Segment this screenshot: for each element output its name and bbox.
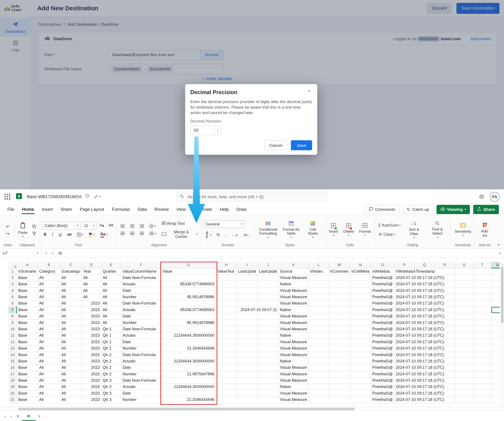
stepper-down-icon[interactable]: ▾	[217, 130, 218, 133]
column-header-B[interactable]: B	[38, 262, 60, 268]
cell-C21[interactable]: All	[60, 397, 82, 403]
cell-A4[interactable]: Base	[17, 287, 38, 294]
cell-J9[interactable]	[258, 319, 278, 326]
cell-T16[interactable]	[473, 364, 491, 371]
cell-E5[interactable]: All	[101, 294, 121, 300]
find-select-button[interactable]: Find & Select ▾	[426, 220, 449, 240]
borders-button[interactable]: ▾	[76, 232, 85, 237]
cell-J14[interactable]	[258, 351, 278, 358]
cell-J5[interactable]	[258, 294, 278, 300]
row-header-1[interactable]: 1	[8, 268, 17, 275]
currency-format-button[interactable]: $€▾	[204, 230, 213, 240]
cell-T9[interactable]	[473, 319, 491, 326]
cell-C8[interactable]: All	[60, 313, 82, 319]
cell-O12[interactable]: PreethaS@	[371, 339, 394, 345]
cell-G1[interactable]: Value	[161, 268, 216, 275]
cell-N7[interactable]	[350, 306, 371, 313]
cell-A21[interactable]: Base	[17, 397, 38, 403]
cell-T15[interactable]	[473, 358, 491, 364]
cell-M20[interactable]	[329, 390, 350, 396]
addins-button[interactable]: Add-ins	[477, 222, 492, 238]
cell-M19[interactable]	[329, 384, 350, 390]
cell-A2[interactable]: Base	[17, 275, 38, 281]
cell-H10[interactable]	[216, 326, 237, 332]
cell-L17[interactable]	[308, 371, 329, 377]
cell-P7[interactable]: 2024-07-10 09:17:18 (UTC)	[394, 306, 455, 313]
cell-T4[interactable]	[473, 287, 491, 294]
cell-P19[interactable]: 2024-07-10 09:17:18 (UTC)	[394, 384, 455, 390]
cell-S20[interactable]	[455, 390, 473, 396]
redo-button[interactable]: ↪	[5, 231, 11, 236]
row-header-19[interactable]: 19	[8, 384, 17, 390]
cell-N9[interactable]	[350, 319, 371, 326]
cell-N4[interactable]	[350, 287, 371, 294]
cell-K16[interactable]: Visual Measure	[278, 364, 308, 371]
cell-F11[interactable]: Actuals	[121, 332, 161, 339]
cell-B3[interactable]: All	[38, 281, 60, 287]
cell-N17[interactable]	[350, 371, 371, 377]
cell-D11[interactable]: 2023	[82, 332, 101, 339]
editing-mode-icon[interactable]: ▾	[93, 193, 101, 200]
cell-T10[interactable]	[473, 326, 491, 332]
cell-T20[interactable]	[473, 390, 491, 396]
cell-F20[interactable]: Date	[121, 390, 161, 396]
number-format-select[interactable]: General▾	[204, 220, 245, 228]
cell-H11[interactable]	[216, 332, 237, 339]
cell-C20[interactable]: All	[60, 390, 82, 396]
cell-M13[interactable]	[329, 345, 350, 351]
cell-F12[interactable]: Date	[121, 339, 161, 345]
cell-D8[interactable]: 2023	[82, 313, 101, 319]
cell-G14[interactable]	[161, 351, 216, 358]
cell-L20[interactable]	[308, 390, 329, 396]
horizontal-scroll-thumb[interactable]	[18, 408, 355, 410]
vertical-scroll-thumb[interactable]	[501, 267, 503, 323]
cell-E1[interactable]: Quarter	[101, 268, 121, 275]
cell-N1[interactable]: IrCellMeta	[350, 268, 371, 275]
cell-J12[interactable]	[258, 339, 278, 345]
cell-S4[interactable]	[455, 287, 473, 294]
align-middle-button[interactable]	[129, 224, 136, 228]
cell-J4[interactable]	[258, 287, 278, 294]
row-header-12[interactable]: 12	[8, 339, 17, 345]
cell-L11[interactable]	[308, 332, 329, 339]
viewing-mode-button[interactable]: Viewing ▾	[436, 205, 470, 214]
cell-J3[interactable]	[258, 281, 278, 287]
save-button[interactable]: Save	[291, 140, 312, 150]
cell-A8[interactable]: Base	[17, 313, 38, 319]
cell-K21[interactable]: Visual Measure	[278, 397, 308, 403]
font-color-button[interactable]: A▴ ▾	[99, 231, 109, 238]
cell-J17[interactable]	[258, 371, 278, 377]
align-bottom-button[interactable]	[138, 224, 145, 228]
settings-gear-icon[interactable]	[478, 193, 486, 200]
cell-E14[interactable]: Qtr 2	[101, 351, 121, 358]
column-header-O[interactable]: O	[371, 262, 394, 268]
cell-N2[interactable]	[350, 275, 371, 281]
menu-tab-home[interactable]: Home	[18, 205, 38, 214]
menu-tab-help[interactable]: Help	[216, 205, 232, 214]
cell-G8[interactable]	[161, 313, 216, 319]
cell-D19[interactable]: 2023	[82, 384, 101, 390]
row-header-13[interactable]: 13	[8, 345, 17, 351]
cell-E13[interactable]: Qtr 1	[101, 345, 121, 351]
cell-D17[interactable]: 2023	[82, 371, 101, 377]
cell-H2[interactable]	[216, 275, 237, 281]
cell-K9[interactable]: Visual Measure	[278, 319, 308, 326]
column-header-C[interactable]: C	[60, 262, 82, 268]
insert-function-icon[interactable]: fx	[58, 251, 62, 255]
cell-P3[interactable]: 2024-07-10 09:17:18 (UTC)	[394, 281, 455, 287]
cell-O18[interactable]: PreethaS@	[371, 377, 394, 384]
cell-S3[interactable]	[455, 281, 473, 287]
cell-N21[interactable]	[350, 397, 371, 403]
cell-N20[interactable]	[350, 390, 371, 396]
share-button[interactable]: Share	[473, 205, 499, 214]
cell-L15[interactable]	[308, 358, 329, 364]
cell-J18[interactable]	[258, 377, 278, 384]
cell-H4[interactable]	[216, 287, 237, 294]
cell-H15[interactable]	[216, 358, 237, 364]
row-header-2[interactable]: 2	[8, 275, 17, 281]
cell-K15[interactable]: Native	[278, 358, 308, 364]
shield-check-icon[interactable]	[85, 193, 90, 200]
delete-cells-button[interactable]: Delete ▾	[342, 222, 355, 238]
decrease-decimal-button[interactable]: ←.0	[230, 233, 239, 237]
cell-B20[interactable]: All	[38, 390, 60, 396]
